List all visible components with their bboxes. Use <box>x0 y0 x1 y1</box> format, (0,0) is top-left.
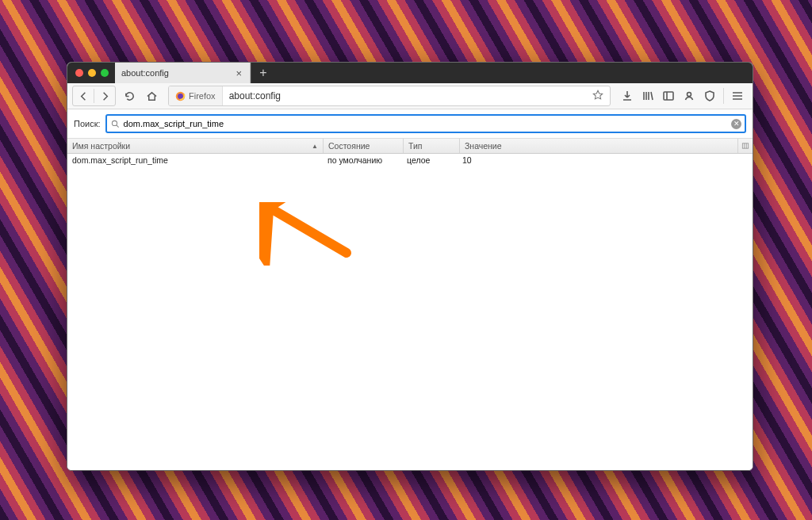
search-label: Поиск: <box>74 119 101 128</box>
close-window-button[interactable] <box>75 69 83 77</box>
column-header-value[interactable]: Значение <box>460 139 737 153</box>
toolbar-right-icons <box>617 86 748 106</box>
svg-rect-2 <box>664 92 673 100</box>
pref-type-cell: целое <box>402 155 458 165</box>
pref-row[interactable]: dom.max_script_run_time по умолчанию цел… <box>67 154 753 166</box>
column-headers: Имя настройки ▲ Состояние Тип Значение <box>67 138 753 154</box>
library-button[interactable] <box>638 86 658 106</box>
url-bar[interactable]: Firefox about:config <box>168 86 611 106</box>
sidebar-icon <box>662 90 675 102</box>
separator <box>723 88 724 104</box>
clear-search-button[interactable]: ✕ <box>731 119 741 129</box>
pref-state-cell: по умолчанию <box>323 155 402 165</box>
identity-box[interactable]: Firefox <box>169 86 223 105</box>
firefox-icon <box>175 91 186 101</box>
download-icon <box>621 90 634 102</box>
prefs-table-body: dom.max_script_run_time по умолчанию цел… <box>67 154 753 470</box>
reload-button[interactable] <box>119 86 140 106</box>
zoom-window-button[interactable] <box>101 69 109 77</box>
window-controls <box>67 63 115 83</box>
svg-point-1 <box>178 94 183 99</box>
column-header-type[interactable]: Тип <box>404 139 460 153</box>
search-icon <box>107 120 124 128</box>
svg-rect-5 <box>742 143 749 148</box>
star-icon <box>592 90 603 101</box>
pref-name-cell: dom.max_script_run_time <box>67 155 323 165</box>
column-header-name[interactable]: Имя настройки ▲ <box>67 139 324 153</box>
search-row: Поиск: ✕ <box>67 109 753 138</box>
tab-title: about:config <box>121 68 234 78</box>
back-button[interactable] <box>73 87 94 105</box>
browser-window: about:config × + Fir <box>67 62 753 471</box>
protection-button[interactable] <box>699 86 720 106</box>
library-icon <box>642 90 654 102</box>
search-input[interactable] <box>124 119 745 128</box>
nav-back-forward-group <box>72 86 116 106</box>
new-tab-button[interactable]: + <box>251 63 275 83</box>
tab-about-config[interactable]: about:config × <box>115 63 251 83</box>
account-button[interactable] <box>679 86 699 106</box>
column-header-state[interactable]: Состояние <box>324 139 404 153</box>
menu-button[interactable] <box>727 86 748 106</box>
sort-ascending-icon: ▲ <box>312 143 318 150</box>
minimize-window-button[interactable] <box>88 69 96 77</box>
shield-icon <box>703 90 716 102</box>
downloads-button[interactable] <box>617 86 638 106</box>
reload-icon <box>124 90 136 102</box>
url-text: about:config <box>223 90 586 101</box>
navigation-toolbar: Firefox about:config <box>67 83 753 109</box>
svg-point-4 <box>112 120 117 125</box>
bookmark-star-button[interactable] <box>586 90 610 103</box>
search-box[interactable]: ✕ <box>105 114 746 133</box>
columns-icon <box>741 142 749 150</box>
arrow-right-icon <box>99 90 111 102</box>
forward-button[interactable] <box>94 87 115 105</box>
svg-point-3 <box>688 93 691 97</box>
account-icon <box>683 90 695 102</box>
column-picker-button[interactable] <box>737 139 753 153</box>
arrow-left-icon <box>78 90 90 102</box>
home-icon <box>146 90 158 102</box>
pref-value-cell: 10 <box>458 155 753 165</box>
hamburger-icon <box>731 90 744 102</box>
column-header-name-label: Имя настройки <box>72 141 130 151</box>
tab-bar: about:config × + <box>67 63 753 83</box>
close-tab-icon[interactable]: × <box>234 67 243 79</box>
home-button[interactable] <box>141 86 162 106</box>
identity-label: Firefox <box>189 91 216 101</box>
sidebar-button[interactable] <box>658 86 679 106</box>
